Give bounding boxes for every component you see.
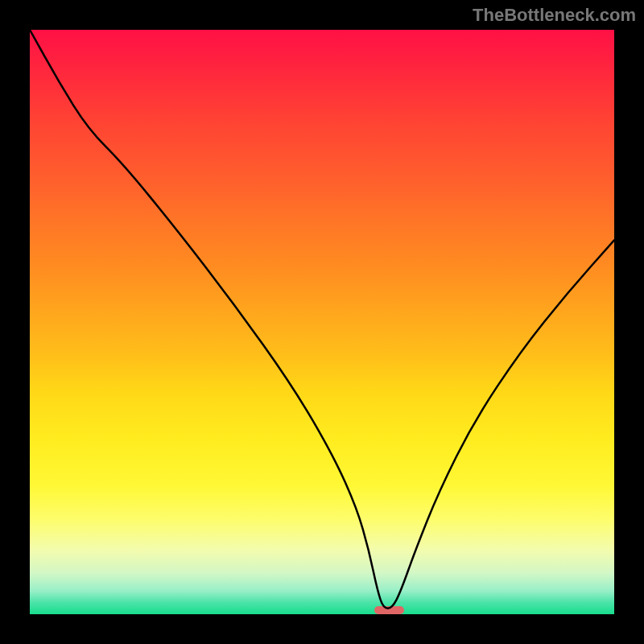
plot-area (30, 30, 614, 614)
bottleneck-curve (30, 30, 614, 614)
watermark-text: TheBottleneck.com (473, 5, 636, 26)
chart-frame: TheBottleneck.com (0, 0, 644, 644)
curve-path (30, 30, 614, 609)
